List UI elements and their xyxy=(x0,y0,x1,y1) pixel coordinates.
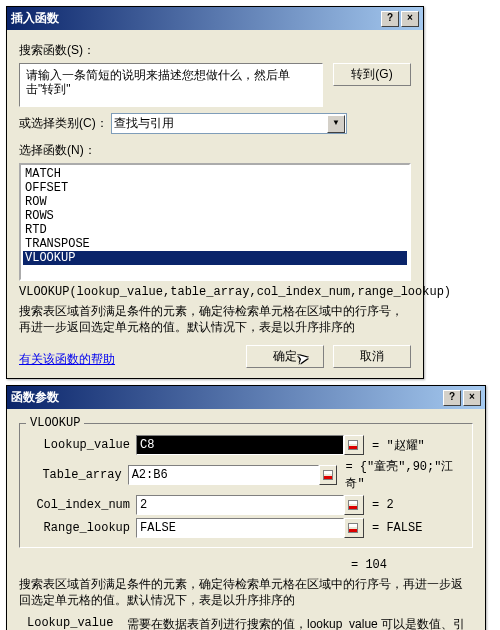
function-description: 搜索表区域首列满足条件的元素，确定待检索单元格在区域中的行序号，再进一步返回选定… xyxy=(19,303,411,335)
category-value: 查找与引用 xyxy=(114,116,174,130)
arg-input-table-array[interactable]: A2:B6 xyxy=(128,465,319,485)
list-item[interactable]: OFFSET xyxy=(23,181,407,195)
overall-result: = 104 xyxy=(19,558,473,572)
go-button[interactable]: 转到(G) xyxy=(333,63,411,86)
dialog-title: 函数参数 xyxy=(11,389,59,406)
range-picker-icon[interactable] xyxy=(319,465,338,485)
titlebar: 函数参数 ? × xyxy=(7,386,485,409)
help-button[interactable]: ? xyxy=(381,11,399,27)
function-description: 搜索表区域首列满足条件的元素，确定待检索单元格在区域中的行序号，再进一步返回选定… xyxy=(19,576,473,608)
search-instruction-box[interactable]: 请输入一条简短的说明来描述您想做什么，然后单击"转到" xyxy=(19,63,323,107)
arg-explain-text: 需要在数据表首列进行搜索的值，lookup_value 可以是数值、引用或字符串 xyxy=(127,616,473,630)
close-button[interactable]: × xyxy=(463,390,481,406)
category-label: 或选择类别(C)： xyxy=(19,115,108,132)
cancel-button[interactable]: 取消 xyxy=(333,345,411,368)
function-signature: VLOOKUP(lookup_value,table_array,col_ind… xyxy=(19,285,411,299)
close-button[interactable]: × xyxy=(401,11,419,27)
arg-result: = FALSE xyxy=(372,521,422,535)
dropdown-arrow-icon[interactable]: ▼ xyxy=(327,115,345,133)
select-function-label: 选择函数(N)： xyxy=(19,143,96,157)
arg-label: Range_lookup xyxy=(30,521,130,535)
list-item-selected[interactable]: VLOOKUP xyxy=(23,251,407,265)
help-link[interactable]: 有关该函数的帮助 xyxy=(19,351,115,368)
titlebar: 插入函数 ? × xyxy=(7,7,423,30)
arg-input-range-lookup[interactable]: FALSE xyxy=(136,518,344,538)
range-picker-icon[interactable] xyxy=(344,435,364,455)
arg-input-col-index[interactable]: 2 xyxy=(136,495,344,515)
group-legend: VLOOKUP xyxy=(26,416,84,430)
insert-function-dialog: 插入函数 ? × 搜索函数(S)： 请输入一条简短的说明来描述您想做什么，然后单… xyxy=(6,6,424,379)
arg-label: Table_array xyxy=(30,468,122,482)
arg-explain-name: Lookup_value xyxy=(19,616,127,630)
arg-result: = "赵耀" xyxy=(372,437,425,454)
arg-label: Lookup_value xyxy=(30,438,130,452)
argument-group: VLOOKUP Lookup_value C8 = "赵耀" Table_arr… xyxy=(19,423,473,548)
list-item[interactable]: ROW xyxy=(23,195,407,209)
cursor-icon xyxy=(297,350,307,364)
dialog-title: 插入函数 xyxy=(11,10,59,27)
arg-result: = {"童亮",90;"江奇" xyxy=(345,458,462,492)
list-item[interactable]: ROWS xyxy=(23,209,407,223)
list-item[interactable]: RTD xyxy=(23,223,407,237)
list-item[interactable]: MATCH xyxy=(23,167,407,181)
help-button[interactable]: ? xyxy=(443,390,461,406)
function-listbox[interactable]: MATCH OFFSET ROW ROWS RTD TRANSPOSE VLOO… xyxy=(19,163,411,281)
arg-label: Col_index_num xyxy=(30,498,130,512)
ok-button[interactable]: 确定 xyxy=(246,345,324,368)
function-arguments-dialog: 函数参数 ? × VLOOKUP Lookup_value C8 = "赵耀" … xyxy=(6,385,486,630)
category-select[interactable]: 查找与引用 ▼ xyxy=(111,113,347,134)
search-label: 搜索函数(S)： xyxy=(19,42,95,59)
list-item[interactable]: TRANSPOSE xyxy=(23,237,407,251)
range-picker-icon[interactable] xyxy=(344,495,364,515)
range-picker-icon[interactable] xyxy=(344,518,364,538)
arg-input-lookup-value[interactable]: C8 xyxy=(136,435,344,455)
arg-result: = 2 xyxy=(372,498,394,512)
